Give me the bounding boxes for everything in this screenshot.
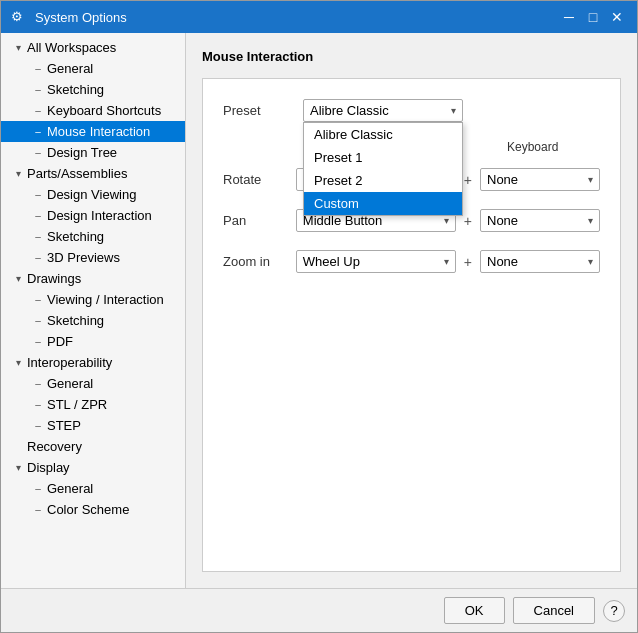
keyboard-chevron-icon-2: ▾ xyxy=(582,256,593,267)
sidebar-item-general-3[interactable]: – General xyxy=(1,478,185,499)
sidebar-item-display[interactable]: ▾ Display xyxy=(1,457,185,478)
sidebar-item-color-scheme[interactable]: – Color Scheme xyxy=(1,499,185,520)
sidebar-label-general-2: General xyxy=(45,376,93,391)
dialog-body: ▾ All Workspaces – General – Sketching –… xyxy=(1,33,637,588)
tree-toggle-mouse-interaction: – xyxy=(31,126,45,137)
keyboard-value-1: None xyxy=(487,213,582,228)
dropdown-item-custom[interactable]: Custom xyxy=(304,192,462,215)
sidebar-label-design-tree: Design Tree xyxy=(45,145,117,160)
keyboard-value-0: None xyxy=(487,172,582,187)
sidebar-label-design-viewing: Design Viewing xyxy=(45,187,136,202)
tree-toggle-sketching-2: – xyxy=(31,231,45,242)
preset-select-value: Alibre Classic xyxy=(310,103,445,118)
sidebar-item-design-interaction[interactable]: – Design Interaction xyxy=(1,205,185,226)
sidebar-label-design-interaction: Design Interaction xyxy=(45,208,152,223)
interaction-row-2: Zoom in Wheel Up ▾ + None ▾ xyxy=(223,250,600,273)
tree-toggle-drawings: ▾ xyxy=(11,273,25,284)
tree-toggle-keyboard-shortcuts: – xyxy=(31,105,45,116)
sidebar-item-all-workspaces[interactable]: ▾ All Workspaces xyxy=(1,37,185,58)
tree-toggle-parts-assemblies: ▾ xyxy=(11,168,25,179)
close-button[interactable]: ✕ xyxy=(607,7,627,27)
sidebar-label-viewing-interaction: Viewing / Interaction xyxy=(45,292,164,307)
preset-row: Preset Alibre Classic ▾ Alibre ClassicPr… xyxy=(223,99,600,122)
dialog-footer: OK Cancel ? xyxy=(1,588,637,632)
keyboard-select-0[interactable]: None ▾ xyxy=(480,168,600,191)
sidebar-label-sketching-1: Sketching xyxy=(45,82,104,97)
sidebar-label-keyboard-shortcuts: Keyboard Shortcuts xyxy=(45,103,161,118)
tree-toggle-general: – xyxy=(31,63,45,74)
row-label-0: Rotate xyxy=(223,172,296,187)
preset-controls: Alibre Classic ▾ Alibre ClassicPreset 1P… xyxy=(303,99,463,122)
sidebar-item-sketching-1[interactable]: – Sketching xyxy=(1,79,185,100)
sidebar-label-mouse-interaction: Mouse Interaction xyxy=(45,124,150,139)
sidebar-item-3d-previews[interactable]: – 3D Previews xyxy=(1,247,185,268)
mouse-chevron-icon-1: ▾ xyxy=(438,215,449,226)
tree-toggle-sketching-3: – xyxy=(31,315,45,326)
sidebar-label-sketching-2: Sketching xyxy=(45,229,104,244)
title-bar-controls: ─ □ ✕ xyxy=(559,7,627,27)
system-options-dialog: ⚙ System Options ─ □ ✕ ▾ All Workspaces … xyxy=(0,0,638,633)
sidebar-item-interoperability[interactable]: ▾ Interoperability xyxy=(1,352,185,373)
sidebar-label-parts-assemblies: Parts/Assemblies xyxy=(25,166,127,181)
sidebar-label-interoperability: Interoperability xyxy=(25,355,112,370)
section-title: Mouse Interaction xyxy=(202,49,621,64)
sidebar: ▾ All Workspaces – General – Sketching –… xyxy=(1,33,186,588)
row-label-2: Zoom in xyxy=(223,254,296,269)
dropdown-item-preset-2[interactable]: Preset 2 xyxy=(304,169,462,192)
keyboard-chevron-icon-1: ▾ xyxy=(582,215,593,226)
sidebar-item-sketching-2[interactable]: – Sketching xyxy=(1,226,185,247)
keyboard-select-1[interactable]: None ▾ xyxy=(480,209,600,232)
sidebar-label-general: General xyxy=(45,61,93,76)
preset-label: Preset xyxy=(223,103,303,118)
sidebar-label-drawings: Drawings xyxy=(25,271,81,286)
main-panel: Mouse Interaction Preset Alibre Classic … xyxy=(186,33,637,588)
dropdown-item-alibre-classic[interactable]: Alibre Classic xyxy=(304,123,462,146)
sidebar-item-keyboard-shortcuts[interactable]: – Keyboard Shortcuts xyxy=(1,100,185,121)
sidebar-item-mouse-interaction[interactable]: – Mouse Interaction xyxy=(1,121,185,142)
sidebar-item-pdf[interactable]: – PDF xyxy=(1,331,185,352)
sidebar-item-general-2[interactable]: – General xyxy=(1,373,185,394)
plus-sign-2: + xyxy=(464,254,472,270)
sidebar-item-design-viewing[interactable]: – Design Viewing xyxy=(1,184,185,205)
dialog-title: System Options xyxy=(35,10,551,25)
sidebar-label-display: Display xyxy=(25,460,70,475)
keyboard-chevron-icon-0: ▾ xyxy=(582,174,593,185)
tree-toggle-color-scheme: – xyxy=(31,504,45,515)
sidebar-item-drawings[interactable]: ▾ Drawings xyxy=(1,268,185,289)
sidebar-item-step[interactable]: – STEP xyxy=(1,415,185,436)
cancel-button[interactable]: Cancel xyxy=(513,597,595,624)
sidebar-item-viewing-interaction[interactable]: – Viewing / Interaction xyxy=(1,289,185,310)
keyboard-select-2[interactable]: None ▾ xyxy=(480,250,600,273)
row-controls-2: Wheel Up ▾ + None ▾ xyxy=(296,250,600,273)
sidebar-label-recovery: Recovery xyxy=(25,439,82,454)
maximize-button[interactable]: □ xyxy=(583,7,603,27)
sidebar-label-step: STEP xyxy=(45,418,81,433)
sidebar-label-color-scheme: Color Scheme xyxy=(45,502,129,517)
dropdown-item-preset-1[interactable]: Preset 1 xyxy=(304,146,462,169)
tree-toggle-all-workspaces: ▾ xyxy=(11,42,25,53)
mouse-select-2[interactable]: Wheel Up ▾ xyxy=(296,250,456,273)
preset-dropdown-menu: Alibre ClassicPreset 1Preset 2Custom xyxy=(303,122,463,216)
mouse-value-2: Wheel Up xyxy=(303,254,438,269)
sidebar-item-sketching-3[interactable]: – Sketching xyxy=(1,310,185,331)
help-button[interactable]: ? xyxy=(603,600,625,622)
ok-button[interactable]: OK xyxy=(444,597,505,624)
sidebar-item-design-tree[interactable]: – Design Tree xyxy=(1,142,185,163)
content-box: Preset Alibre Classic ▾ Alibre ClassicPr… xyxy=(202,78,621,572)
sidebar-label-pdf: PDF xyxy=(45,334,73,349)
sidebar-label-general-3: General xyxy=(45,481,93,496)
tree-toggle-step: – xyxy=(31,420,45,431)
sidebar-label-sketching-3: Sketching xyxy=(45,313,104,328)
keyboard-column-header: Keyboard xyxy=(507,140,558,154)
sidebar-item-general[interactable]: – General xyxy=(1,58,185,79)
preset-dropdown-container: Alibre Classic ▾ Alibre ClassicPreset 1P… xyxy=(303,99,463,122)
sidebar-item-parts-assemblies[interactable]: ▾ Parts/Assemblies xyxy=(1,163,185,184)
sidebar-item-recovery[interactable]: Recovery xyxy=(1,436,185,457)
plus-sign-0: + xyxy=(464,172,472,188)
sidebar-item-stl-zpr[interactable]: – STL / ZPR xyxy=(1,394,185,415)
tree-toggle-viewing-interaction: – xyxy=(31,294,45,305)
preset-select[interactable]: Alibre Classic ▾ xyxy=(303,99,463,122)
minimize-button[interactable]: ─ xyxy=(559,7,579,27)
tree-toggle-general-2: – xyxy=(31,378,45,389)
tree-toggle-sketching-1: – xyxy=(31,84,45,95)
